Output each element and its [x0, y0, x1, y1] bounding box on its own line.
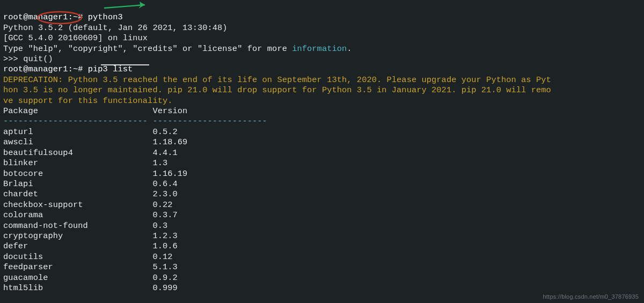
- prompt-line-2: root@manager1:~# pip3 list: [3, 64, 133, 74]
- package-version: 1.18.69: [152, 137, 187, 147]
- table-row: beautifulsoup4: [3, 148, 152, 158]
- prompt-user: root: [3, 12, 23, 22]
- package-version: 0.5.2: [152, 127, 177, 137]
- table-row: docutils: [3, 252, 152, 262]
- table-row: chardet: [3, 189, 152, 199]
- package-version: 1.2.3: [152, 231, 177, 241]
- prompt-line-1: root@manager1:~# python3: [3, 12, 123, 22]
- python-version: 3.5.2: [38, 23, 63, 33]
- table-row: botocore: [3, 169, 152, 179]
- table-row: apturl: [3, 127, 152, 137]
- package-version: 2.3.0: [152, 189, 177, 199]
- table-row: feedparser: [3, 262, 152, 272]
- deprecation-warning: DEPRECATION: Python 3.5 reached the end …: [3, 75, 551, 106]
- prompt-host: manager1: [28, 12, 68, 22]
- package-list: apturl 0.5.2 awscli 1.18.69 beautifulsou…: [3, 127, 187, 293]
- package-version: 0.3.7: [152, 210, 177, 220]
- terminal[interactable]: root@manager1:~# python3 Python 3.5.2 (d…: [0, 0, 644, 293]
- table-row: awscli: [3, 137, 152, 147]
- package-version: 4.4.1: [152, 148, 177, 158]
- package-version: 5.1.3: [152, 262, 177, 272]
- pip-header-dashes: ----------------------------- ----------…: [3, 116, 267, 126]
- table-row: html5lib: [3, 283, 152, 293]
- table-row: colorama: [3, 210, 152, 220]
- command-pip3-list: pip3 list: [88, 64, 133, 74]
- python-repl-prompt: >>>: [3, 54, 23, 64]
- table-row: Brlapi: [3, 179, 152, 189]
- package-version: 0.9.2: [152, 273, 177, 283]
- information-link[interactable]: information: [292, 44, 347, 54]
- package-version: 0.6.4: [152, 179, 177, 189]
- package-version: 1.16.19: [152, 169, 187, 179]
- package-version: 1.3: [152, 158, 167, 168]
- package-version: 0.22: [152, 200, 172, 210]
- package-version: 0.3: [152, 221, 167, 231]
- gcc-line: [GCC 5.4.0 20160609] on linux: [3, 33, 148, 43]
- table-row: guacamole: [3, 273, 152, 283]
- table-row: checkbox-support: [3, 200, 152, 210]
- python-repl-line: >>> quit(): [3, 54, 53, 64]
- table-row: command-not-found: [3, 221, 152, 231]
- help-line: Type "help", "copyright", "credits" or "…: [3, 44, 352, 54]
- python-version-line: Python 3.5.2 (default, Jan 26 2021, 13:3…: [3, 23, 228, 33]
- prompt-path: ~: [73, 12, 78, 22]
- package-version: 1.0.6: [152, 241, 177, 251]
- package-version: 0.12: [152, 252, 172, 262]
- table-row: cryptography: [3, 231, 152, 241]
- table-row: defer: [3, 241, 152, 251]
- command-python3: python3: [88, 12, 123, 22]
- watermark: https://blog.csdn.net/m0_37876935: [543, 293, 639, 300]
- python-quit-call: quit(): [23, 54, 53, 64]
- table-row: blinker: [3, 158, 152, 168]
- pip-header: Package Version: [3, 106, 187, 116]
- package-version: 0.999: [152, 283, 177, 293]
